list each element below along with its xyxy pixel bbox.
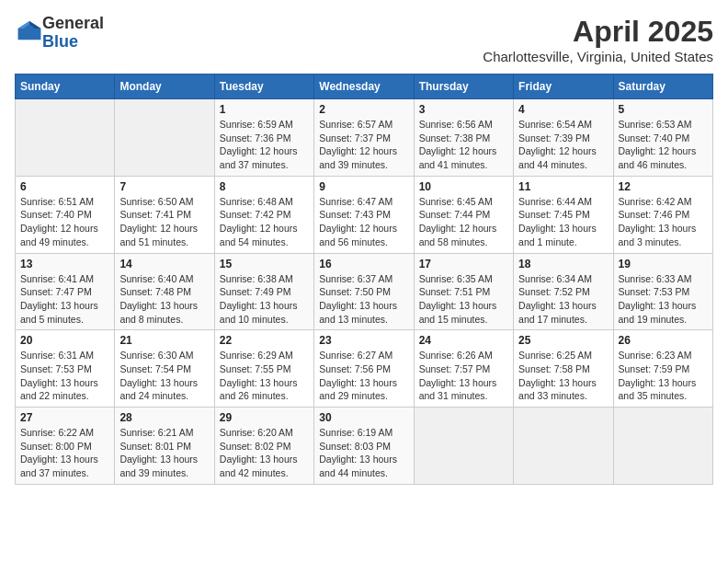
day-header-thursday: Thursday [414, 75, 513, 99]
calendar-cell [514, 408, 613, 485]
calendar-cell: 7Sunrise: 6:50 AMSunset: 7:41 PMDaylight… [115, 176, 214, 253]
day-info: Sunrise: 6:37 AMSunset: 7:50 PMDaylight:… [319, 272, 408, 327]
calendar-cell: 4Sunrise: 6:54 AMSunset: 7:39 PMDaylight… [514, 99, 613, 177]
day-info: Sunrise: 6:22 AMSunset: 8:00 PMDaylight:… [20, 426, 109, 480]
day-number: 27 [20, 411, 109, 424]
calendar-cell [16, 99, 115, 177]
day-number: 9 [319, 180, 408, 193]
day-info: Sunrise: 6:50 AMSunset: 7:41 PMDaylight:… [119, 195, 209, 249]
calendar-cell: 28Sunrise: 6:21 AMSunset: 8:01 PMDayligh… [115, 408, 214, 485]
day-number: 24 [419, 334, 508, 347]
calendar-cell [115, 99, 214, 177]
day-info: Sunrise: 6:47 AMSunset: 7:43 PMDaylight:… [319, 195, 408, 249]
day-number: 22 [220, 334, 309, 347]
day-header-friday: Friday [514, 75, 613, 99]
day-number: 18 [518, 258, 608, 270]
day-info: Sunrise: 6:57 AMSunset: 7:37 PMDaylight:… [319, 118, 408, 172]
logo-icon [17, 18, 42, 44]
logo-text: General Blue [42, 15, 104, 52]
calendar-cell: 5Sunrise: 6:53 AMSunset: 7:40 PMDaylight… [613, 99, 712, 177]
calendar-cell: 21Sunrise: 6:30 AMSunset: 7:54 PMDayligh… [115, 330, 214, 408]
day-number: 15 [220, 258, 309, 270]
day-info: Sunrise: 6:42 AMSunset: 7:46 PMDaylight:… [619, 195, 708, 249]
day-number: 6 [20, 180, 109, 193]
day-info: Sunrise: 6:35 AMSunset: 7:51 PMDaylight:… [419, 272, 508, 327]
day-header-tuesday: Tuesday [214, 75, 313, 99]
calendar-cell: 23Sunrise: 6:27 AMSunset: 7:56 PMDayligh… [314, 330, 414, 408]
day-number: 10 [419, 180, 508, 193]
day-number: 29 [220, 411, 309, 424]
day-number: 1 [220, 103, 309, 116]
calendar-cell: 17Sunrise: 6:35 AMSunset: 7:51 PMDayligh… [414, 253, 513, 330]
logo-blue: Blue [42, 33, 104, 52]
day-number: 19 [619, 258, 708, 270]
calendar-cell: 30Sunrise: 6:19 AMSunset: 8:03 PMDayligh… [314, 408, 414, 485]
day-header-sunday: Sunday [16, 75, 115, 99]
day-header-wednesday: Wednesday [314, 75, 414, 99]
day-info: Sunrise: 6:59 AMSunset: 7:36 PMDaylight:… [220, 118, 309, 172]
logo: General Blue [15, 15, 104, 52]
page-title: April 2025 [483, 15, 713, 49]
page-header: General Blue April 2025 Charlottesville,… [15, 15, 713, 64]
calendar-cell: 6Sunrise: 6:51 AMSunset: 7:40 PMDaylight… [16, 176, 115, 253]
calendar-week-row: 13Sunrise: 6:41 AMSunset: 7:47 PMDayligh… [16, 253, 713, 330]
day-number: 26 [619, 334, 708, 347]
day-info: Sunrise: 6:51 AMSunset: 7:40 PMDaylight:… [20, 195, 109, 249]
day-info: Sunrise: 6:38 AMSunset: 7:49 PMDaylight:… [220, 272, 309, 327]
day-info: Sunrise: 6:54 AMSunset: 7:39 PMDaylight:… [518, 118, 608, 172]
calendar-cell: 16Sunrise: 6:37 AMSunset: 7:50 PMDayligh… [314, 253, 414, 330]
calendar-cell: 2Sunrise: 6:57 AMSunset: 7:37 PMDaylight… [314, 99, 414, 177]
calendar-cell: 14Sunrise: 6:40 AMSunset: 7:48 PMDayligh… [115, 253, 214, 330]
day-number: 21 [119, 334, 209, 347]
day-info: Sunrise: 6:30 AMSunset: 7:54 PMDaylight:… [119, 349, 209, 403]
calendar-cell: 25Sunrise: 6:25 AMSunset: 7:58 PMDayligh… [514, 330, 613, 408]
day-info: Sunrise: 6:34 AMSunset: 7:52 PMDaylight:… [518, 272, 608, 327]
calendar-header-row: SundayMondayTuesdayWednesdayThursdayFrid… [16, 75, 713, 99]
calendar-cell [613, 408, 712, 485]
day-info: Sunrise: 6:23 AMSunset: 7:59 PMDaylight:… [619, 349, 708, 403]
calendar-cell: 26Sunrise: 6:23 AMSunset: 7:59 PMDayligh… [613, 330, 712, 408]
calendar-cell [414, 408, 513, 485]
day-info: Sunrise: 6:25 AMSunset: 7:58 PMDaylight:… [518, 349, 608, 403]
calendar-cell: 10Sunrise: 6:45 AMSunset: 7:44 PMDayligh… [414, 176, 513, 253]
day-number: 12 [619, 180, 708, 193]
day-info: Sunrise: 6:33 AMSunset: 7:53 PMDaylight:… [619, 272, 708, 327]
day-number: 23 [319, 334, 408, 347]
calendar-week-row: 27Sunrise: 6:22 AMSunset: 8:00 PMDayligh… [16, 408, 713, 485]
calendar-cell: 18Sunrise: 6:34 AMSunset: 7:52 PMDayligh… [514, 253, 613, 330]
day-info: Sunrise: 6:41 AMSunset: 7:47 PMDaylight:… [20, 272, 109, 327]
day-info: Sunrise: 6:44 AMSunset: 7:45 PMDaylight:… [518, 195, 608, 249]
day-header-monday: Monday [115, 75, 214, 99]
title-block: April 2025 Charlottesville, Virginia, Un… [483, 15, 713, 64]
calendar-cell: 1Sunrise: 6:59 AMSunset: 7:36 PMDaylight… [214, 99, 313, 177]
calendar-cell: 12Sunrise: 6:42 AMSunset: 7:46 PMDayligh… [613, 176, 712, 253]
day-info: Sunrise: 6:27 AMSunset: 7:56 PMDaylight:… [319, 349, 408, 403]
day-number: 3 [419, 103, 508, 116]
calendar-cell: 29Sunrise: 6:20 AMSunset: 8:02 PMDayligh… [214, 408, 313, 485]
calendar-cell: 20Sunrise: 6:31 AMSunset: 7:53 PMDayligh… [16, 330, 115, 408]
calendar-cell: 13Sunrise: 6:41 AMSunset: 7:47 PMDayligh… [16, 253, 115, 330]
day-number: 16 [319, 258, 408, 270]
day-number: 7 [119, 180, 209, 193]
day-info: Sunrise: 6:56 AMSunset: 7:38 PMDaylight:… [419, 118, 508, 172]
calendar-cell: 8Sunrise: 6:48 AMSunset: 7:42 PMDaylight… [214, 176, 313, 253]
calendar-cell: 19Sunrise: 6:33 AMSunset: 7:53 PMDayligh… [613, 253, 712, 330]
day-info: Sunrise: 6:48 AMSunset: 7:42 PMDaylight:… [220, 195, 309, 249]
day-number: 4 [518, 103, 608, 116]
day-header-saturday: Saturday [613, 75, 712, 99]
day-info: Sunrise: 6:19 AMSunset: 8:03 PMDaylight:… [319, 426, 408, 480]
calendar-cell: 22Sunrise: 6:29 AMSunset: 7:55 PMDayligh… [214, 330, 313, 408]
day-info: Sunrise: 6:20 AMSunset: 8:02 PMDaylight:… [220, 426, 309, 480]
day-number: 20 [20, 334, 109, 347]
day-number: 30 [319, 411, 408, 424]
day-info: Sunrise: 6:21 AMSunset: 8:01 PMDaylight:… [119, 426, 209, 480]
day-number: 17 [419, 258, 508, 270]
calendar-week-row: 20Sunrise: 6:31 AMSunset: 7:53 PMDayligh… [16, 330, 713, 408]
logo-general: General [42, 15, 104, 33]
day-info: Sunrise: 6:29 AMSunset: 7:55 PMDaylight:… [220, 349, 309, 403]
page-subtitle: Charlottesville, Virginia, United States [483, 49, 713, 64]
day-number: 5 [619, 103, 708, 116]
day-info: Sunrise: 6:45 AMSunset: 7:44 PMDaylight:… [419, 195, 508, 249]
calendar-cell: 11Sunrise: 6:44 AMSunset: 7:45 PMDayligh… [514, 176, 613, 253]
calendar-cell: 9Sunrise: 6:47 AMSunset: 7:43 PMDaylight… [314, 176, 414, 253]
